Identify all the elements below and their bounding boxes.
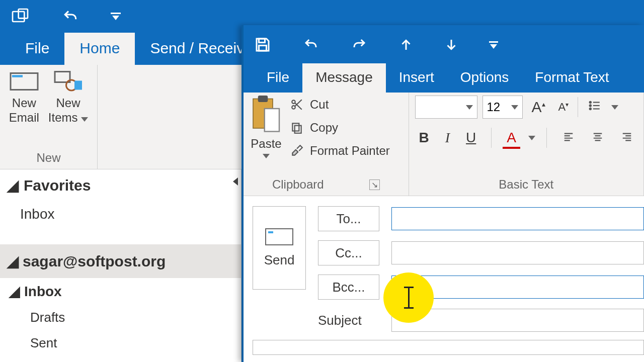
shrink-font-button[interactable]: A▾: [554, 99, 573, 116]
new-email-button[interactable]: NewEmail: [6, 68, 42, 127]
to-input[interactable]: [391, 207, 644, 230]
subject-label: Subject: [318, 313, 379, 328]
new-items-button[interactable]: NewItems: [45, 68, 91, 127]
new-email-label1: New: [12, 96, 36, 110]
svg-point-20: [590, 101, 591, 103]
svg-rect-11: [259, 39, 265, 43]
nav-account-label: sagar@softpost.org: [23, 253, 166, 270]
new-email-label2: Email: [9, 111, 39, 124]
compose-tab-options[interactable]: Options: [447, 63, 522, 93]
svg-rect-19: [295, 126, 301, 133]
cut-label: Cut: [310, 98, 329, 112]
cc-input[interactable]: [391, 241, 644, 264]
tab-file[interactable]: File: [10, 33, 64, 65]
font-size-value: 12: [487, 100, 501, 114]
message-body-input[interactable]: [253, 340, 644, 355]
bcc-input[interactable]: [391, 276, 644, 299]
compose-titlebar: [244, 25, 644, 64]
nav-favorites-header[interactable]: ◢ Favorites: [0, 169, 241, 201]
nav-inbox[interactable]: ◢ Inbox: [0, 278, 241, 305]
paste-label: Paste: [251, 137, 281, 151]
copy-icon: [290, 121, 304, 134]
nav-account-header[interactable]: ◢ sagar@softpost.org: [0, 244, 241, 278]
send-label: Send: [264, 252, 295, 268]
align-center-button[interactable]: [587, 128, 608, 148]
font-name-select[interactable]: [415, 96, 477, 119]
basic-text-group-label: Basic Text: [415, 177, 637, 195]
bullets-button[interactable]: [583, 97, 606, 118]
tab-home[interactable]: Home: [64, 33, 135, 65]
nav-inbox-label: Inbox: [24, 284, 62, 300]
svg-point-22: [590, 108, 591, 109]
svg-rect-15: [265, 109, 279, 132]
format-painter-button[interactable]: Format Painter: [290, 142, 390, 160]
new-items-label2: Items: [48, 111, 78, 124]
bcc-button[interactable]: Bcc...: [318, 275, 379, 300]
nav-drafts[interactable]: Drafts: [0, 305, 241, 330]
align-center-icon: [591, 131, 604, 142]
copy-button[interactable]: Copy: [290, 119, 390, 137]
align-right-icon: [620, 131, 633, 142]
compose-tab-message[interactable]: Message: [302, 63, 386, 93]
qat-customize-icon[interactable]: [111, 13, 121, 20]
underline-button[interactable]: U: [462, 128, 480, 148]
paste-icon: [250, 96, 283, 135]
compose-window: File Message Insert Options Format Text …: [242, 25, 644, 362]
compose-header-fields: Send To... Cc... Bcc... Subject: [244, 196, 644, 336]
svg-point-16: [292, 100, 295, 104]
to-button[interactable]: To...: [318, 206, 379, 231]
svg-rect-5: [74, 81, 82, 90]
redo-icon[interactable]: [350, 37, 368, 52]
save-icon[interactable]: [254, 36, 272, 54]
nav-sent[interactable]: Sent: [0, 330, 241, 356]
nav-pane: ◢ Favorites Inbox ◢ sagar@softpost.org ◢…: [0, 169, 242, 362]
svg-rect-1: [19, 9, 28, 18]
paste-button[interactable]: Paste: [250, 96, 283, 158]
nav-favorites-label: Favorites: [24, 177, 91, 194]
compose-ribbon: Paste Cut Copy Format Painter: [244, 93, 644, 196]
new-items-icon: [53, 70, 84, 93]
new-items-label1: New: [56, 96, 80, 110]
dialog-launcher-icon[interactable]: ↘: [369, 179, 380, 190]
arrow-down-icon[interactable]: [444, 36, 459, 53]
outlook-app-icon: [10, 7, 30, 27]
compose-tabs: File Message Insert Options Format Text: [244, 64, 644, 93]
cc-button[interactable]: Cc...: [318, 240, 379, 265]
send-envelope-icon: [265, 228, 293, 245]
align-left-icon: [562, 131, 575, 142]
font-size-select[interactable]: 12: [482, 96, 523, 119]
qat-customize-icon[interactable]: [489, 41, 498, 49]
subject-input[interactable]: [391, 309, 644, 332]
svg-point-17: [292, 106, 295, 109]
nav-collapse-icon[interactable]: [233, 175, 238, 189]
format-painter-label: Format Painter: [310, 144, 390, 158]
arrow-up-icon[interactable]: [398, 36, 414, 53]
svg-point-21: [590, 105, 591, 106]
bullets-icon: [587, 99, 602, 112]
send-button[interactable]: Send: [253, 206, 306, 290]
group-new-label: New: [36, 151, 60, 168]
align-left-button[interactable]: [558, 128, 579, 148]
paintbrush-icon: [290, 144, 304, 157]
grow-font-button[interactable]: A▴: [528, 97, 549, 118]
scissors-icon: [290, 98, 304, 111]
align-right-button[interactable]: [616, 128, 637, 148]
envelope-icon: [9, 70, 39, 93]
compose-tab-insert[interactable]: Insert: [386, 63, 447, 93]
cut-button[interactable]: Cut: [290, 96, 390, 114]
nav-fav-inbox[interactable]: Inbox: [0, 201, 241, 227]
svg-rect-12: [259, 46, 267, 51]
svg-rect-14: [258, 96, 268, 102]
undo-icon[interactable]: [302, 37, 320, 52]
compose-tab-file[interactable]: File: [254, 63, 302, 93]
clipboard-group-label: Clipboard: [272, 177, 324, 192]
compose-tab-format-text[interactable]: Format Text: [522, 63, 622, 93]
svg-rect-18: [292, 123, 299, 131]
copy-label: Copy: [310, 121, 338, 135]
italic-button[interactable]: I: [441, 128, 454, 148]
undo-icon[interactable]: [60, 9, 80, 25]
font-color-button[interactable]: A: [503, 128, 520, 148]
bold-button[interactable]: B: [415, 128, 433, 148]
